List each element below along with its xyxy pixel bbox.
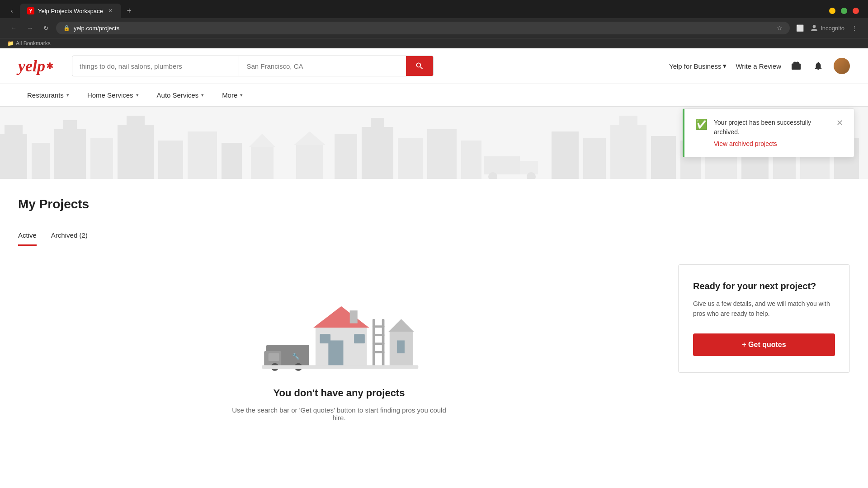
tab-favicon: Y — [27, 7, 34, 14]
svg-rect-26 — [583, 138, 606, 179]
empty-illustration: 🔧 — [258, 282, 420, 373]
portfolio-icon[interactable] — [790, 60, 803, 72]
more-chevron-icon: ▾ — [240, 92, 243, 98]
svg-rect-17 — [371, 118, 384, 127]
maximize-btn[interactable] — [841, 8, 847, 14]
category-auto-services[interactable]: Auto Services ▾ — [148, 84, 213, 106]
svg-text:🔧: 🔧 — [292, 352, 300, 360]
search-icon — [415, 61, 424, 70]
svg-rect-6 — [118, 125, 154, 179]
svg-rect-7 — [127, 116, 145, 125]
svg-rect-53 — [373, 351, 385, 353]
yelp-for-business-link[interactable]: Yelp for Business ▾ — [669, 62, 726, 70]
header-actions: Yelp for Business ▾ Write a Review — [669, 58, 850, 74]
bookmark-star-icon[interactable]: ☆ — [777, 24, 783, 32]
category-restaurants-label: Restaurants — [27, 91, 64, 99]
house-svg: 🔧 — [258, 282, 420, 373]
yelp-header: yelp ✱ Yelp for Business ▾ Write a Revie… — [0, 48, 868, 84]
tab-title: Yelp Projects Workspace — [38, 8, 103, 14]
minimize-btn[interactable] — [829, 8, 835, 14]
notifications-icon[interactable] — [812, 60, 825, 72]
tab-archived[interactable]: Archived (2) — [51, 226, 88, 246]
svg-rect-25 — [552, 131, 579, 179]
svg-rect-4 — [63, 120, 77, 129]
toast-notification: ✅ Your project has been successfully arc… — [683, 108, 854, 157]
incognito-badge: Incognito — [810, 23, 844, 33]
folder-icon: 📁 — [7, 40, 14, 47]
all-bookmarks-link[interactable]: 📁 All Bookmarks — [7, 40, 51, 47]
menu-btn[interactable]: ⋮ — [848, 22, 861, 34]
address-bar[interactable]: 🔒 yelp.com/projects ☆ — [56, 22, 790, 34]
tab-prev-btn[interactable]: ‹ — [5, 5, 18, 17]
svg-rect-50 — [373, 325, 385, 328]
back-btn[interactable]: ← — [7, 22, 20, 34]
yelp-logo[interactable]: yelp ✱ — [18, 56, 54, 75]
toast-close-btn[interactable]: ✕ — [836, 118, 843, 128]
category-auto-services-label: Auto Services — [157, 91, 199, 99]
yelp-for-business-chevron-icon: ▾ — [723, 62, 726, 70]
main-content: My Projects Active Archived (2) 🔧 — [0, 179, 868, 458]
yelp-nav-main: yelp ✱ Yelp for Business ▾ Write a Revie… — [18, 48, 850, 84]
yelp-logo-text: yelp — [18, 56, 45, 75]
svg-rect-18 — [398, 138, 423, 179]
refresh-btn[interactable]: ↻ — [40, 22, 52, 34]
auto-services-chevron-icon: ▾ — [201, 92, 204, 98]
category-home-services[interactable]: Home Services ▾ — [78, 84, 148, 106]
toast-content: Your project has been successfully archi… — [714, 118, 830, 148]
write-review-link[interactable]: Write a Review — [736, 62, 781, 70]
new-tab-btn[interactable]: + — [123, 5, 136, 17]
svg-rect-27 — [610, 125, 646, 179]
search-button[interactable] — [406, 56, 433, 76]
incognito-label: Incognito — [821, 25, 844, 32]
sidebar-card-text: Give us a few details, and we will match… — [693, 299, 835, 319]
svg-rect-8 — [158, 141, 183, 179]
get-quotes-button[interactable]: + Get quotes — [693, 333, 835, 356]
main-area: 🔧 — [18, 264, 850, 440]
empty-subtitle: Use the search bar or 'Get quotes' butto… — [226, 406, 452, 422]
svg-rect-29 — [651, 136, 676, 179]
category-more[interactable]: More ▾ — [213, 84, 252, 106]
browser-chrome: ‹ Y Yelp Projects Workspace ✕ + ← → ↻ 🔒 … — [0, 0, 868, 48]
svg-rect-46 — [354, 334, 365, 343]
lock-icon: 🔒 — [63, 25, 70, 31]
bookmarks-bar: 📁 All Bookmarks — [0, 38, 868, 48]
svg-rect-16 — [362, 127, 393, 179]
svg-marker-54 — [388, 319, 414, 332]
svg-rect-44 — [328, 340, 343, 366]
avatar-image — [834, 58, 850, 74]
search-input[interactable] — [72, 56, 239, 76]
home-services-chevron-icon: ▾ — [136, 92, 139, 98]
svg-rect-28 — [619, 116, 637, 125]
svg-rect-20 — [461, 141, 481, 179]
user-avatar[interactable] — [834, 58, 850, 74]
page-title: My Projects — [18, 197, 850, 211]
svg-rect-56 — [397, 340, 405, 353]
svg-marker-11 — [249, 134, 276, 147]
svg-rect-5 — [90, 138, 113, 179]
close-btn[interactable] — [853, 8, 859, 14]
project-tabs: Active Archived (2) — [18, 226, 850, 246]
yelp-search-bar — [72, 56, 434, 76]
browser-toolbar: ← → ↻ 🔒 yelp.com/projects ☆ ⬜ Incognito … — [0, 18, 868, 38]
extensions-btn[interactable]: ⬜ — [793, 22, 806, 34]
category-home-services-label: Home Services — [87, 91, 133, 99]
svg-rect-10 — [222, 143, 242, 179]
category-restaurants[interactable]: Restaurants ▾ — [18, 84, 78, 106]
write-review-label: Write a Review — [736, 62, 781, 70]
svg-rect-9 — [188, 131, 217, 179]
svg-marker-13 — [294, 131, 326, 145]
address-text: yelp.com/projects — [74, 25, 773, 32]
bookmarks-label: All Bookmarks — [16, 40, 51, 47]
forward-btn[interactable]: → — [24, 22, 36, 34]
svg-rect-57 — [262, 365, 418, 369]
tab-close-btn[interactable]: ✕ — [107, 7, 114, 14]
svg-rect-2 — [32, 143, 50, 179]
yelp-logo-burst: ✱ — [46, 61, 54, 71]
svg-rect-21 — [484, 156, 520, 174]
toast-archived-link[interactable]: View archived projects — [714, 140, 777, 147]
location-input[interactable] — [239, 56, 406, 76]
tab-active[interactable]: Active — [18, 226, 37, 246]
svg-rect-52 — [373, 343, 385, 345]
svg-rect-22 — [520, 161, 538, 174]
browser-tab[interactable]: Y Yelp Projects Workspace ✕ — [20, 4, 121, 18]
